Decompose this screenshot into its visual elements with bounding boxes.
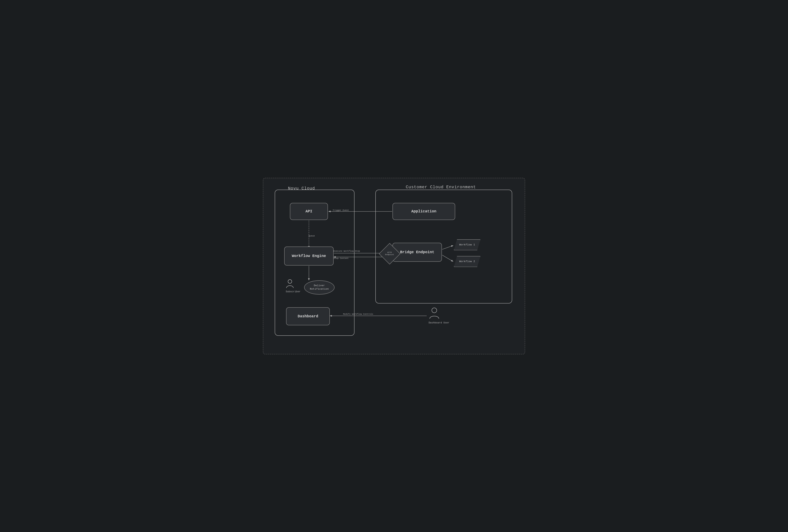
deliver-notification-oval: DeliverNotification bbox=[304, 280, 335, 294]
diagram-canvas: Novu Cloud Customer Cloud Environment bbox=[263, 178, 525, 354]
subscriber-person: Subscriber bbox=[286, 279, 300, 293]
workflow-engine-box: Workflow Engine bbox=[284, 247, 334, 266]
svg-point-11 bbox=[288, 280, 292, 283]
trigger-event-label: Trigger Event bbox=[333, 209, 349, 211]
application-label: Application bbox=[411, 209, 436, 213]
application-box: Application bbox=[393, 203, 455, 220]
dashboard-label: Dashboard bbox=[298, 314, 318, 319]
execute-workflow-step-label: Execute Workflow Step bbox=[334, 250, 360, 252]
modify-workflow-label: Modify Workflow Controls bbox=[343, 313, 373, 315]
novu-cloud-label: Novu Cloud bbox=[288, 186, 315, 191]
workflow1-diamond: Workflow 1 bbox=[454, 239, 480, 250]
workflow2-diamond: Workflow 2 bbox=[454, 256, 480, 267]
step-content-label: Step Content bbox=[334, 257, 349, 260]
api-box: API bbox=[290, 203, 328, 220]
dashboard-user-person: Dashboard User bbox=[429, 307, 449, 324]
dashboard-user-label: Dashboard User bbox=[429, 321, 449, 324]
bridge-endpoint-box: Bridge Endpoint bbox=[393, 243, 442, 262]
workflow2-label: Workflow 2 bbox=[459, 260, 475, 263]
queue-label: Queue bbox=[309, 235, 315, 237]
customer-cloud-label: Customer Cloud Environment bbox=[406, 185, 476, 190]
dashboard-user-icon bbox=[429, 307, 440, 320]
svg-point-12 bbox=[432, 308, 437, 313]
workflow-engine-label: Workflow Engine bbox=[292, 254, 326, 258]
subscriber-label: Subscriber bbox=[286, 290, 300, 293]
bridge-endpoint-label: Bridge Endpoint bbox=[400, 250, 434, 254]
workflow1-label: Workflow 1 bbox=[459, 243, 475, 246]
deliver-notification-label: DeliverNotification bbox=[310, 284, 329, 291]
dashboard-box: Dashboard bbox=[286, 307, 330, 325]
subscriber-icon bbox=[286, 279, 294, 289]
api-label: API bbox=[306, 209, 312, 213]
